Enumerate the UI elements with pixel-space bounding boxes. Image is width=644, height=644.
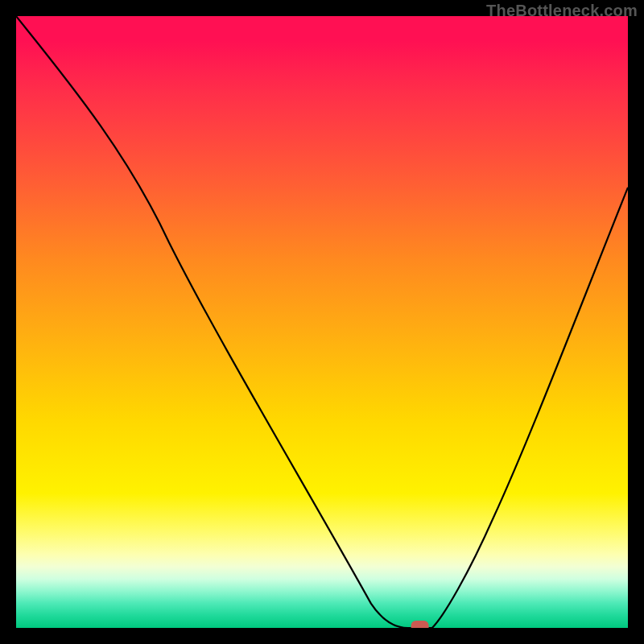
chart-container: TheBottleneck.com (0, 0, 644, 644)
watermark-text: TheBottleneck.com (486, 2, 638, 20)
plot-area (16, 16, 628, 628)
bottleneck-curve (16, 16, 628, 628)
curve-layer (16, 16, 628, 628)
optimum-marker (411, 621, 429, 628)
